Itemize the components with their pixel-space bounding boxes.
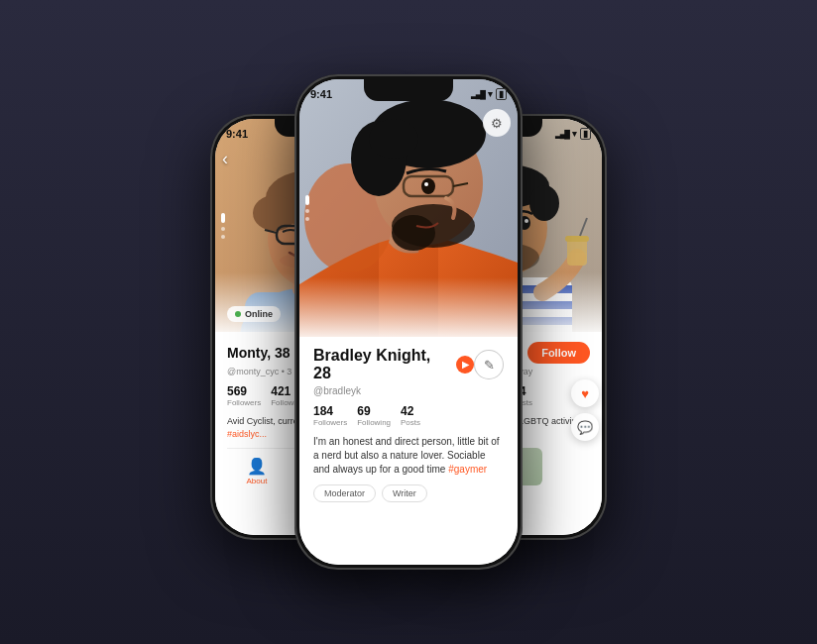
name-center: Bradley Knight, 28 ▶ — [313, 347, 474, 382]
stat-following-center: 69 Following — [357, 404, 391, 427]
edit-button-center[interactable]: ✎ — [474, 350, 504, 379]
tags-center: Moderator Writer — [313, 484, 504, 502]
online-dot-left — [235, 311, 241, 317]
online-badge-left: Online — [227, 306, 281, 322]
page-dots-center — [305, 195, 309, 221]
dot-3-center — [305, 217, 309, 221]
signal-right: ▂▄█ — [555, 130, 569, 139]
battery-right: ▮ — [580, 128, 591, 140]
stat-followers-left: 569 Followers — [227, 384, 261, 407]
svg-point-43 — [424, 182, 428, 186]
bio-center: I'm an honest and direct person, little … — [313, 435, 504, 477]
edit-icon-center: ✎ — [484, 358, 495, 373]
tag-writer[interactable]: Writer — [382, 484, 427, 502]
svg-point-39 — [392, 215, 435, 251]
status-icons-right: ▂▄█ ▾ ▮ — [555, 128, 591, 140]
svg-rect-29 — [567, 238, 587, 266]
tag-moderator[interactable]: Moderator — [313, 484, 376, 502]
svg-point-37 — [369, 119, 418, 159]
profile-header-center: Bradley Knight, 28 ▶ ✎ — [313, 347, 504, 382]
chat-button-right[interactable]: 💬 — [571, 413, 599, 441]
profile-area-center: Bradley Knight, 28 ▶ ✎ @bradleyk 184 Fol… — [299, 337, 518, 565]
wifi-right: ▾ — [572, 129, 577, 139]
svg-point-42 — [421, 178, 435, 194]
follow-button-right[interactable]: Follow — [527, 342, 590, 364]
dot-2-left — [221, 227, 225, 231]
signal-center: ▂▄█ — [471, 90, 485, 99]
verified-icon-center: ▶ — [456, 356, 474, 374]
phone-center: 9:41 ▂▄█ ▾ ▮ ⚙ — [294, 74, 523, 570]
page-dots-left — [221, 213, 225, 239]
time-left: 9:41 — [226, 128, 248, 140]
notch-center — [364, 79, 453, 101]
gear-icon-center: ⚙ — [491, 116, 503, 131]
svg-rect-30 — [565, 236, 589, 242]
stat-followers-center: 184 Followers — [313, 404, 347, 427]
hashtag-left: #aidslyc... — [227, 429, 267, 439]
wifi-center: ▾ — [488, 89, 493, 99]
back-button-left[interactable]: ‹ — [222, 149, 228, 169]
stats-center: 184 Followers 69 Following 42 Posts — [313, 404, 504, 427]
dot-2-center — [305, 209, 309, 213]
svg-point-28 — [525, 219, 528, 223]
username-center: @bradleyk — [313, 385, 504, 396]
photo-gradient-center — [299, 277, 518, 337]
nav-label-about-left: About — [247, 477, 268, 485]
dot-3-left — [221, 235, 225, 239]
dot-1-left — [221, 213, 225, 223]
nav-item-about-left[interactable]: 👤 About — [247, 457, 268, 485]
heart-button-right[interactable]: ♥ — [571, 379, 599, 407]
svg-point-23 — [529, 185, 559, 221]
stat-posts-center: 42 Posts — [401, 404, 420, 427]
online-label-left: Online — [245, 309, 273, 319]
phones-container: 9:41 ▂▄█ ▾ ▮ ‹ — [0, 0, 817, 644]
side-actions-right: ♥ 💬 — [571, 379, 599, 441]
person-icon-left: 👤 — [247, 457, 267, 476]
status-icons-center: ▂▄█ ▾ ▮ — [471, 88, 507, 100]
gear-button-center[interactable]: ⚙ — [483, 109, 511, 137]
hashtag-center: #gaymer — [448, 464, 487, 475]
back-icon-left: ‹ — [222, 149, 228, 168]
time-center: 9:41 — [310, 88, 332, 100]
dot-1-center — [305, 195, 309, 205]
battery-center: ▮ — [496, 88, 507, 100]
